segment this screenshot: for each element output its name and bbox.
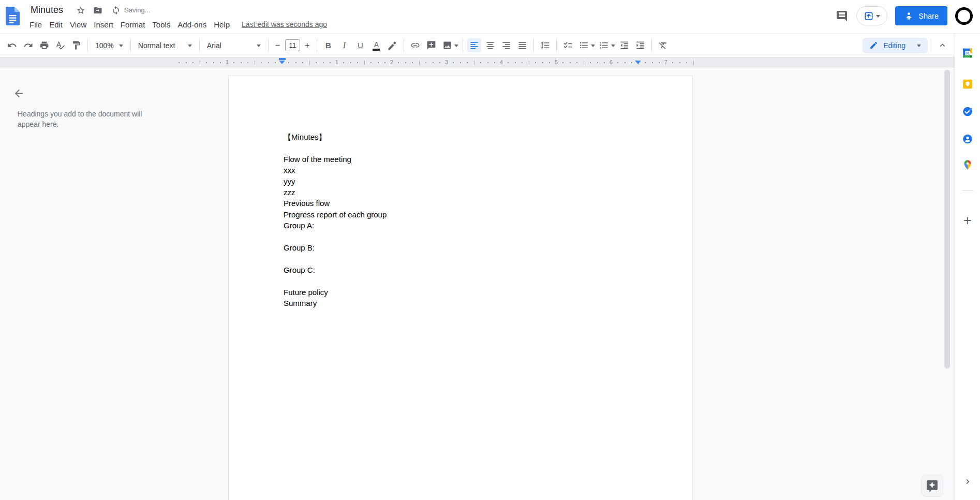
spell-check-button[interactable] <box>53 38 67 52</box>
hide-menus-button[interactable] <box>936 38 949 52</box>
arrow-back-icon <box>13 87 25 99</box>
undo-button[interactable] <box>5 38 19 52</box>
bulleted-list-button[interactable] <box>577 38 591 52</box>
move-folder-icon[interactable] <box>93 5 103 16</box>
bulleted-list-caret-icon[interactable] <box>591 45 595 49</box>
doc-line[interactable]: Group C: <box>284 264 646 275</box>
font-size-input[interactable]: 11 <box>285 39 300 51</box>
menu-tools[interactable]: Tools <box>149 19 174 31</box>
google-contacts-icon[interactable] <box>962 134 973 144</box>
italic-button[interactable]: I <box>337 38 351 52</box>
last-edit-link[interactable]: Last edit was seconds ago <box>242 20 327 28</box>
mode-label: Editing <box>883 41 905 50</box>
star-icon[interactable] <box>76 5 86 16</box>
doc-line[interactable]: Summary <box>284 298 646 308</box>
insert-link-button[interactable] <box>408 38 422 52</box>
divider <box>404 39 404 52</box>
bold-button[interactable]: B <box>321 38 335 52</box>
menu-file[interactable]: File <box>26 19 46 31</box>
editor-canvas: Headings you add to the document will ap… <box>0 67 955 500</box>
document-text[interactable]: 【Minutes】 Flow of the meetingxxxyyyzzzPr… <box>229 76 692 309</box>
doc-line[interactable] <box>284 231 646 242</box>
divider <box>130 39 131 52</box>
numbered-list-button[interactable] <box>597 38 611 52</box>
insert-image-button[interactable] <box>440 38 454 52</box>
menu-format[interactable]: Format <box>117 19 149 31</box>
google-maps-icon[interactable] <box>962 159 973 170</box>
image-options-caret-icon[interactable] <box>454 45 458 49</box>
left-indent-marker[interactable] <box>279 58 286 64</box>
font-family-select[interactable]: Arial <box>203 38 265 52</box>
paragraph-style-select[interactable]: Normal text <box>134 38 196 52</box>
justify-button[interactable] <box>515 38 529 52</box>
redo-button[interactable] <box>21 38 35 52</box>
numbered-list-caret-icon[interactable] <box>611 45 615 49</box>
doc-line[interactable]: Flow of the meeting <box>284 154 646 165</box>
doc-line[interactable]: xxx <box>284 165 646 175</box>
share-label: Share <box>918 12 939 20</box>
google-calendar-icon[interactable]: 31 <box>962 48 973 58</box>
doc-line[interactable]: Progress report of each group <box>284 209 646 220</box>
highlight-color-button[interactable] <box>385 38 399 52</box>
doc-line[interactable] <box>284 253 646 264</box>
doc-line[interactable]: 【Minutes】 <box>284 131 646 142</box>
decrease-font-size-button[interactable]: − <box>272 38 284 52</box>
divider <box>962 190 973 191</box>
header: Minutes Saving... FileEditViewInsertForm… <box>0 0 980 34</box>
chevron-down-icon <box>257 45 261 49</box>
chevron-down-icon <box>188 45 192 49</box>
menu-view[interactable]: View <box>66 19 90 31</box>
get-add-ons-button[interactable]: + <box>963 214 972 228</box>
close-outline-button[interactable] <box>11 86 26 100</box>
menu-edit[interactable]: Edit <box>46 19 66 31</box>
checklist-button[interactable] <box>561 38 575 52</box>
paint-format-button[interactable] <box>69 38 83 52</box>
align-right-button[interactable] <box>499 38 513 52</box>
doc-line[interactable] <box>284 142 646 153</box>
menu-help[interactable]: Help <box>210 19 233 31</box>
google-tasks-icon[interactable] <box>962 106 973 117</box>
divider <box>87 39 88 52</box>
side-panel: 31 <box>955 34 980 500</box>
doc-line[interactable]: Previous flow <box>284 198 646 209</box>
zoom-select[interactable]: 100% <box>91 38 127 52</box>
clear-formatting-button[interactable] <box>656 38 670 52</box>
align-left-button[interactable] <box>467 38 481 52</box>
document-page[interactable]: 【Minutes】 Flow of the meetingxxxyyyzzzPr… <box>228 76 693 500</box>
google-docs-logo[interactable] <box>6 7 20 25</box>
vertical-scrollbar[interactable] <box>944 70 950 369</box>
doc-line[interactable]: zzz <box>284 187 646 198</box>
print-button[interactable] <box>37 38 51 52</box>
divider <box>268 39 269 52</box>
menu-addons[interactable]: Add-ons <box>174 19 210 31</box>
line-spacing-button[interactable] <box>538 38 552 52</box>
comment-history-icon[interactable] <box>835 9 849 23</box>
document-title[interactable]: Minutes <box>29 5 64 16</box>
increase-indent-button[interactable] <box>633 38 647 52</box>
doc-line[interactable] <box>284 275 646 286</box>
doc-line[interactable]: Group B: <box>284 242 646 253</box>
decrease-indent-button[interactable] <box>617 38 631 52</box>
upload-button[interactable] <box>856 6 887 25</box>
share-button[interactable]: Share <box>895 6 947 25</box>
ruler: 11234567 <box>0 57 955 67</box>
show-side-panel-button[interactable] <box>963 477 973 489</box>
doc-line[interactable]: Future policy <box>284 287 646 298</box>
account-avatar[interactable] <box>955 7 973 25</box>
mode-select[interactable]: Editing <box>863 38 928 53</box>
divider <box>556 39 557 52</box>
divider <box>931 39 931 52</box>
add-comment-button[interactable] <box>424 38 438 52</box>
explore-button[interactable] <box>921 475 943 497</box>
divider <box>651 39 652 52</box>
right-indent-marker[interactable] <box>635 61 641 64</box>
underline-button[interactable]: U <box>353 38 367 52</box>
doc-line[interactable]: yyy <box>284 176 646 187</box>
doc-line[interactable]: Group A: <box>284 220 646 231</box>
google-keep-icon[interactable] <box>962 79 973 90</box>
upload-caret-icon <box>876 15 880 20</box>
align-center-button[interactable] <box>483 38 497 52</box>
text-color-button[interactable]: A <box>369 38 383 52</box>
menu-insert[interactable]: Insert <box>90 19 117 31</box>
increase-font-size-button[interactable]: + <box>301 38 314 52</box>
